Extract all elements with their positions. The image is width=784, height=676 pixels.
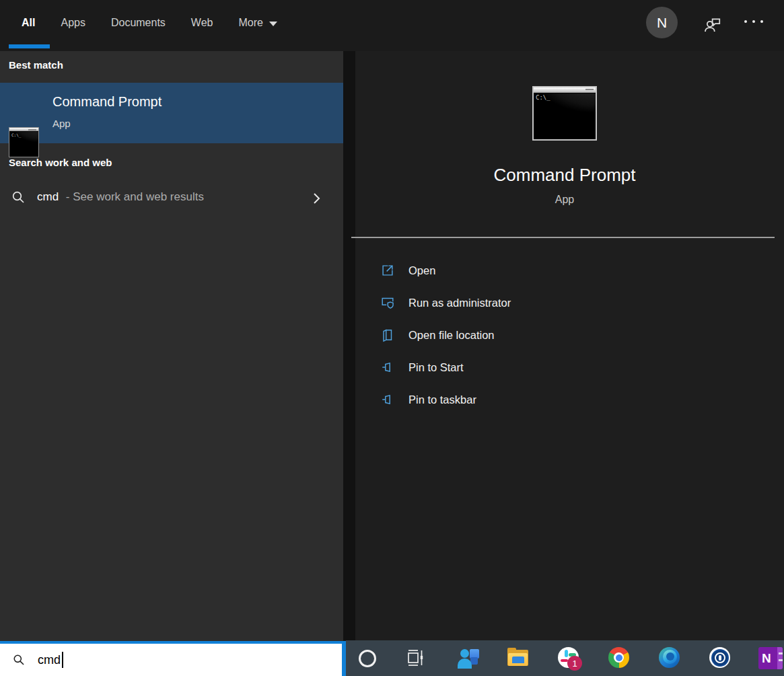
suggestion-query: cmd (37, 190, 59, 203)
action-pin-to-taskbar[interactable]: Pin to taskbar (380, 383, 511, 416)
onepassword-icon[interactable] (709, 647, 731, 669)
suggestion-text: cmd - See work and web results (37, 190, 204, 204)
tab-web[interactable]: Web (191, 17, 213, 29)
onenote-letter: N (762, 651, 771, 666)
preview-divider (351, 237, 775, 238)
panel-divider-strip (343, 51, 355, 640)
notification-badge: 1 (567, 656, 582, 671)
action-run-as-administrator[interactable]: Run as administrator (380, 287, 511, 319)
onenote-icon[interactable]: N (758, 647, 784, 669)
onenote-strip (777, 647, 783, 669)
action-run-admin-label: Run as administrator (408, 297, 511, 309)
google-chrome-icon[interactable] (608, 647, 630, 669)
tab-more-label: More (238, 17, 262, 29)
command-prompt-icon-large: C:\_ (532, 86, 597, 141)
slack-glyph (565, 650, 568, 657)
search-input[interactable]: cmd (0, 641, 346, 676)
folder-location-icon (380, 328, 395, 342)
avatar-letter: N (657, 15, 667, 31)
active-tab-indicator (9, 44, 50, 48)
tab-documents[interactable]: Documents (111, 17, 166, 29)
onenote-notch (779, 659, 783, 661)
pin-icon (380, 360, 395, 375)
action-pin-start-label: Pin to Start (408, 361, 464, 374)
ellipsis-dot (752, 20, 755, 23)
chevron-right-icon[interactable] (308, 190, 324, 206)
open-icon (380, 263, 395, 278)
cmd-prompt-text: C:\_ (11, 133, 21, 137)
cmd-prompt-text: C:\_ (536, 94, 550, 101)
ellipsis-dot (760, 20, 763, 23)
tab-all-label: All (22, 17, 35, 29)
onenote-notch (779, 652, 783, 654)
command-prompt-icon: C:\_ (9, 127, 39, 157)
action-pin-taskbar-label: Pin to taskbar (408, 393, 476, 406)
action-pin-to-start[interactable]: Pin to Start (380, 351, 511, 383)
tab-web-label: Web (191, 17, 213, 29)
taskbar: 1 N (346, 640, 784, 676)
search-web-header: Search work and web (9, 157, 112, 168)
action-open-location-label: Open file location (408, 329, 495, 342)
pin-icon (380, 392, 395, 407)
search-icon (11, 190, 27, 206)
search-input-value: cmd (38, 653, 61, 667)
microsoft-edge-icon[interactable] (659, 647, 680, 669)
cortana-icon[interactable] (359, 650, 376, 667)
text-caret (62, 652, 63, 668)
action-open-label: Open (408, 264, 435, 277)
file-explorer-icon[interactable] (507, 647, 529, 669)
tab-apps-label: Apps (61, 17, 85, 29)
result-subtitle: App (52, 118, 71, 129)
tab-documents-label: Documents (111, 17, 166, 29)
suggestion-rest: - See work and web results (66, 190, 204, 203)
cmd-window-titlebar (534, 87, 596, 93)
best-match-header: Best match (9, 59, 63, 71)
cmd-window-body: C:\_ (534, 93, 596, 139)
result-title: Command Prompt (52, 94, 162, 110)
edge-core (666, 652, 674, 661)
preview-title: Command Prompt (355, 165, 774, 186)
action-list: Open Run as administrator Open file loca… (380, 254, 511, 416)
ellipsis-dot (744, 20, 747, 23)
tab-more[interactable]: More (238, 17, 277, 29)
feedback-icon[interactable] (702, 15, 722, 35)
results-panel: Best match C:\_ Command Prompt App Searc… (0, 51, 343, 641)
task-view-icon[interactable] (405, 647, 427, 669)
shield-icon (380, 295, 395, 310)
chevron-down-icon (269, 22, 277, 26)
cmd-window-body: C:\_ (9, 132, 38, 157)
cmd-window-titlebar (9, 128, 38, 131)
preview-panel-inner: C:\_ Command Prompt App (355, 86, 774, 206)
user-avatar[interactable]: N (646, 7, 678, 38)
tab-apps[interactable]: Apps (61, 17, 85, 29)
search-icon (12, 653, 26, 667)
preview-subtitle: App (355, 194, 774, 206)
action-open[interactable]: Open (380, 254, 511, 287)
folder-bar (512, 656, 524, 663)
chrome-center (616, 654, 622, 661)
ellipsis-icon[interactable] (744, 20, 763, 23)
best-match-result-command-prompt[interactable]: C:\_ Command Prompt App (0, 83, 343, 143)
web-suggestion-row[interactable]: cmd - See work and web results (0, 181, 343, 216)
teams-person-body (458, 659, 472, 669)
keyhole-slot (719, 655, 721, 661)
microsoft-teams-icon[interactable] (458, 647, 479, 669)
slack-icon[interactable]: 1 (558, 647, 579, 669)
teams-person-head (460, 649, 469, 658)
action-open-file-location[interactable]: Open file location (380, 319, 511, 351)
tab-all[interactable]: All (22, 17, 35, 29)
